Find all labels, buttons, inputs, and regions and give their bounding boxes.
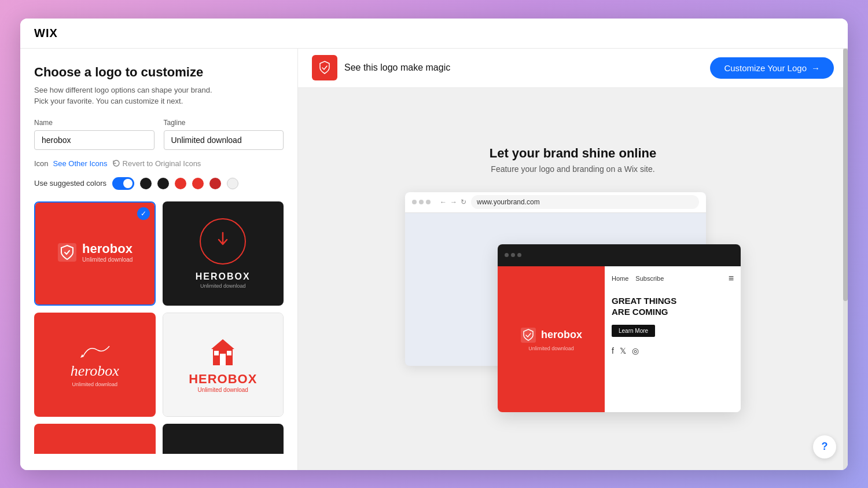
top-bar: WIX <box>20 19 848 49</box>
icon-row: Icon See Other Icons Revert to Original … <box>34 159 284 168</box>
website-left-section: herobox Unlimited download <box>498 266 605 412</box>
facebook-icon: f <box>612 346 614 355</box>
building-icon <box>208 336 237 368</box>
color-dot-3[interactable] <box>175 178 186 189</box>
browser-dot-2 <box>419 200 424 204</box>
panel-title: Choose a logo to customize <box>34 65 284 80</box>
logo-card-5-partial[interactable] <box>34 424 156 454</box>
browser-url-bar[interactable]: www.yourbrand.com <box>471 195 699 209</box>
preview-bar: See this logo make magic Customize Your … <box>298 49 848 88</box>
svg-rect-3 <box>220 354 226 365</box>
logo-2-brand: HEROBOX <box>196 271 251 282</box>
svg-rect-5 <box>227 351 231 355</box>
website-social-icons: f 𝕏 ◎ <box>612 346 734 355</box>
tagline-group: Tagline <box>164 119 284 150</box>
nav-forward: → <box>450 198 457 206</box>
browser-dots <box>412 200 431 204</box>
website-mockup: herobox Unlimited download Home Subscrib… <box>498 244 741 412</box>
browser-nav: ← → ↻ <box>440 198 466 206</box>
preview-title: See this logo make magic <box>344 63 450 73</box>
preview-logo-thumb <box>312 55 337 80</box>
website-right-section: Home Subscribe ≡ GREAT THINGS ARE COMING <box>605 266 741 412</box>
right-scrollbar <box>843 49 848 470</box>
preview-logo-area: See this logo make magic <box>312 55 450 80</box>
website-learn-btn[interactable]: Learn More <box>612 325 655 337</box>
main-content: Choose a logo to customize See how diffe… <box>20 49 848 470</box>
browser-dot-1 <box>412 200 417 204</box>
logo-card-3[interactable]: herobox Unlimited download <box>34 313 156 417</box>
color-dot-4[interactable] <box>192 178 204 189</box>
customize-logo-btn[interactable]: Customize Your Logo → <box>710 57 834 79</box>
colors-toggle[interactable] <box>112 177 134 190</box>
panel-subtitle: See how different logo options can shape… <box>34 85 284 107</box>
browser-toolbar: ← → ↻ www.yourbrand.com <box>405 192 706 213</box>
logo-3-brand: herobox <box>71 362 119 380</box>
website-right-nav: Home Subscribe ≡ <box>612 273 734 284</box>
browser-mockup-container: ← → ↻ www.yourbrand.com <box>405 192 741 412</box>
colors-row: Use suggested colors <box>34 177 284 190</box>
preview-subheadline: Feature your logo and branding on a Wix … <box>491 164 654 174</box>
right-scrollbar-thumb <box>843 49 848 302</box>
preview-content: Let your brand shine online Feature your… <box>298 88 848 470</box>
logo-4-brand: HEROBOX <box>189 372 257 387</box>
website-logo-area: herobox <box>520 327 582 343</box>
website-nav-dot-2 <box>511 253 515 257</box>
svg-rect-4 <box>214 351 219 355</box>
browser-dot-3 <box>426 200 431 204</box>
revert-btn[interactable]: Revert to Original Icons <box>112 159 201 168</box>
twitter-icon: 𝕏 <box>620 346 626 355</box>
circle-logo <box>200 218 246 265</box>
name-label: Name <box>34 119 155 127</box>
icon-label: Icon <box>34 159 49 168</box>
website-nav-dot-1 <box>505 253 509 257</box>
website-logo-text: herobox <box>541 329 582 341</box>
logo-3-tagline: Unlimited download <box>72 381 117 387</box>
wix-logo: WIX <box>34 27 58 40</box>
color-dot-1[interactable] <box>140 178 152 189</box>
logo-1-tagline: Unlimited download <box>82 256 133 263</box>
svg-marker-2 <box>211 339 234 349</box>
logo-4-tagline: Unlimited download <box>198 387 248 393</box>
selected-check: ✓ <box>137 207 150 220</box>
arrow-circle-icon <box>208 227 237 256</box>
website-nav-dot-3 <box>517 253 521 257</box>
website-nav-links: Home Subscribe <box>612 275 664 282</box>
nav-home: Home <box>612 275 628 282</box>
name-group: Name <box>34 119 155 150</box>
hamburger-icon: ≡ <box>729 273 734 284</box>
nav-subscribe: Subscribe <box>635 275 664 282</box>
logo-grid: herobox Unlimited download ✓ <box>34 201 284 454</box>
nav-back: ← <box>440 198 447 206</box>
color-dot-6[interactable] <box>227 178 238 189</box>
left-panel: Choose a logo to customize See how diffe… <box>20 49 298 470</box>
nav-refresh: ↻ <box>461 198 466 206</box>
website-shield-icon <box>520 327 536 343</box>
color-dot-5[interactable] <box>209 178 221 189</box>
logo-2-tagline: Unlimited download <box>200 283 246 289</box>
logo-card-6-partial[interactable] <box>163 424 284 454</box>
app-window: WIX Choose a logo to customize See how d… <box>20 19 848 470</box>
logo-card-1[interactable]: herobox Unlimited download ✓ <box>34 201 156 306</box>
name-input[interactable] <box>34 130 155 150</box>
logo-card-4[interactable]: HEROBOX Unlimited download <box>163 313 284 417</box>
logo-1-brand: herobox <box>82 241 133 256</box>
website-logo-sub: Unlimited download <box>528 346 574 351</box>
tagline-label: Tagline <box>164 119 284 127</box>
instagram-icon: ◎ <box>632 346 639 355</box>
revert-icon <box>112 159 120 167</box>
logo-card-2[interactable]: HEROBOX Unlimited download <box>163 201 284 306</box>
right-panel: See this logo make magic Customize Your … <box>298 49 848 470</box>
website-body: herobox Unlimited download Home Subscrib… <box>498 266 741 412</box>
help-button[interactable]: ? <box>813 435 836 458</box>
colors-label: Use suggested colors <box>34 179 106 188</box>
color-dot-2[interactable] <box>157 178 169 189</box>
website-headline: GREAT THINGS ARE COMING <box>612 295 734 318</box>
see-other-icons-link[interactable]: See Other Icons <box>53 159 108 168</box>
preview-shield-icon <box>317 60 333 76</box>
tagline-input[interactable] <box>164 130 284 150</box>
pen-icon <box>78 342 112 359</box>
website-nav-dots <box>505 253 521 257</box>
website-top-nav <box>498 244 741 266</box>
shield-icon-1 <box>57 242 78 263</box>
preview-headline: Let your brand shine online <box>490 146 656 161</box>
